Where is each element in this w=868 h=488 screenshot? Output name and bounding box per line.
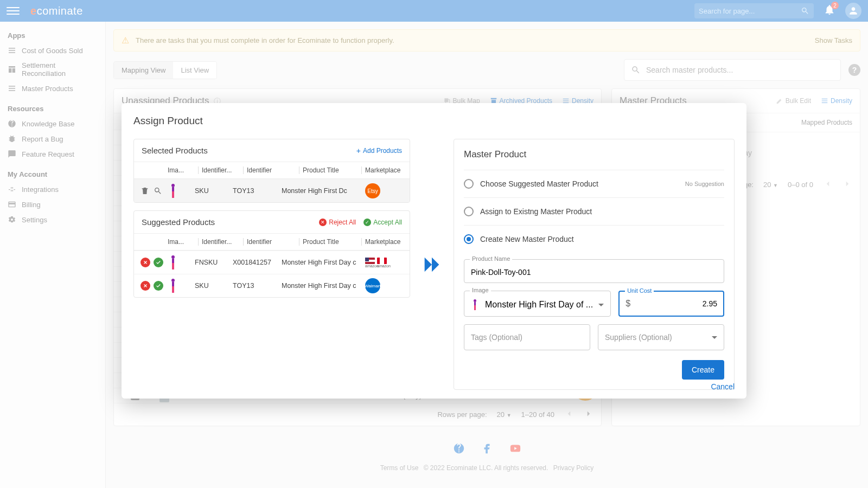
radio-icon	[464, 179, 474, 189]
amazon-marketplace-icon: amazon amazon	[365, 258, 387, 268]
chevron-down-icon	[712, 336, 717, 339]
radio-checked-icon	[464, 234, 474, 244]
suggested-product-row: FNSKU X001841257 Monster High First Day …	[134, 251, 410, 274]
radio-icon	[464, 207, 474, 216]
selected-products-card: Selected Products +Add Products Ima... I…	[133, 139, 410, 203]
master-product-title: Master Product	[464, 149, 724, 160]
no-suggestion-label: No Suggestion	[685, 181, 724, 187]
suggested-columns: Ima... Identifier... Identifier Product …	[134, 233, 410, 251]
chevron-down-icon	[598, 304, 604, 306]
tags-field[interactable]: Tags (Optional)	[464, 324, 590, 350]
reject-all-button[interactable]: ✕Reject All	[319, 219, 356, 226]
etsy-badge-icon: Etsy	[365, 183, 380, 198]
cancel-button[interactable]: Cancel	[711, 382, 735, 391]
unit-cost-field[interactable]: Unit Cost $	[618, 291, 724, 317]
suggested-product-row: SKU TOY13 Monster High First Day c Walma…	[134, 274, 410, 297]
selected-products-title: Selected Products	[142, 146, 208, 155]
option-create-new[interactable]: Create New Master Product	[464, 225, 724, 253]
product-thumb-icon	[168, 254, 178, 271]
reject-row-button[interactable]	[141, 258, 150, 267]
delete-icon[interactable]	[141, 187, 149, 195]
product-thumb-icon	[168, 183, 178, 199]
image-thumb-icon	[471, 299, 480, 311]
image-select-value: Monster High First Day of ...	[485, 300, 593, 310]
unit-cost-input[interactable]	[635, 299, 717, 308]
walmart-badge-icon: Walmart	[365, 278, 380, 293]
assign-product-dialog: Assign Product Selected Products +Add Pr…	[122, 103, 746, 399]
selected-columns: Ima... Identifier... Identifier Product …	[134, 162, 410, 179]
accept-row-button[interactable]	[154, 281, 163, 291]
reject-row-button[interactable]	[141, 281, 150, 291]
accept-all-button[interactable]: ✓Accept All	[363, 219, 402, 226]
product-name-input[interactable]	[471, 268, 717, 277]
suppliers-field[interactable]: Suppliers (Optional)	[598, 324, 724, 350]
accept-row-button[interactable]	[154, 258, 163, 267]
suggested-products-card: Suggested Products ✕Reject All ✓Accept A…	[133, 210, 410, 298]
product-thumb-icon	[168, 278, 178, 294]
master-product-card: Master Product Choose Suggested Master P…	[454, 139, 735, 390]
dialog-title: Assign Product	[133, 115, 735, 127]
create-button[interactable]: Create	[682, 360, 724, 380]
currency-symbol: $	[626, 299, 630, 309]
product-name-field[interactable]: Product Name	[464, 259, 724, 283]
view-icon[interactable]	[154, 187, 162, 195]
selected-product-row: SKU TOY13 Monster High First Dc Etsy	[134, 179, 410, 202]
option-assign-existing[interactable]: Assign to Existng Master Product	[464, 197, 724, 225]
assign-arrow-icon	[421, 139, 443, 390]
image-select-field[interactable]: Image Monster High First Day of ...	[464, 291, 611, 317]
add-products-button[interactable]: +Add Products	[356, 146, 402, 155]
modal-overlay: Assign Product Selected Products +Add Pr…	[0, 0, 868, 488]
option-choose-suggested[interactable]: Choose Suggested Master Product No Sugge…	[464, 170, 724, 197]
suggested-products-title: Suggested Products	[142, 217, 215, 227]
